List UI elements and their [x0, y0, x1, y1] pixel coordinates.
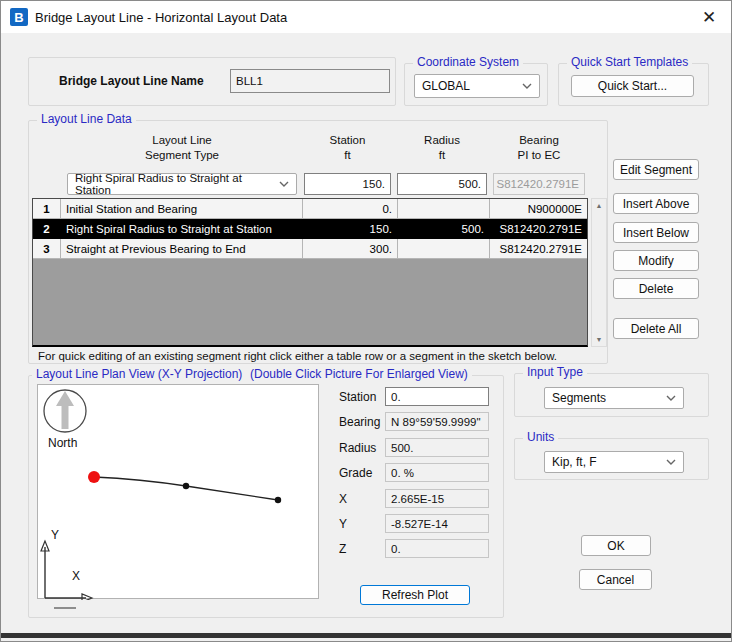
title-bar: B Bridge Layout Line - Horizontal Layout… [1, 1, 731, 33]
north-label: North [48, 436, 77, 450]
grade-label: Grade [339, 466, 372, 480]
plot-scroll-dash [54, 607, 76, 609]
units-group: Units Kip, ft, F [514, 438, 709, 480]
quick-start-group: Quick Start Templates Quick Start... [558, 63, 709, 106]
quick-start-title: Quick Start Templates [567, 55, 692, 69]
insert-above-button[interactable]: Insert Above [613, 193, 699, 214]
grade-readout: 0. % [385, 463, 489, 482]
bridge-layout-line-name-label: Bridge Layout Line Name [59, 74, 204, 88]
x-label: X [339, 492, 347, 506]
layout-line-data-title: Layout Line Data [37, 112, 136, 126]
table-row-selected[interactable]: 2 Right Spiral Radius to Straight at Sta… [33, 219, 587, 239]
modify-button[interactable]: Modify [613, 250, 699, 271]
station-edit-input[interactable]: 150. [304, 173, 391, 195]
chevron-down-icon [522, 83, 532, 89]
insert-below-button[interactable]: Insert Below [613, 222, 699, 243]
bearing-display: S812420.2791E [493, 173, 585, 195]
station-label: Station [339, 390, 376, 404]
delete-button[interactable]: Delete [613, 278, 699, 299]
segment-type-value: Right Spiral Radius to Straight at Stati… [75, 172, 275, 196]
input-type-group: Input Type Segments [514, 373, 709, 417]
column-header-segment-type: Layout Line Segment Type [67, 133, 297, 163]
coordinate-system-group: Coordinate System GLOBAL [404, 63, 548, 106]
input-type-value: Segments [552, 391, 606, 405]
coordinate-system-value: GLOBAL [422, 79, 470, 93]
station-readout-input[interactable]: 0. [385, 387, 489, 406]
scroll-down-icon[interactable]: ▼ [592, 336, 606, 343]
delete-all-button[interactable]: Delete All [613, 318, 699, 339]
z-readout: 0. [385, 539, 489, 558]
units-title: Units [523, 430, 558, 444]
axis-y-label: Y [51, 528, 59, 542]
window-bottom-edge [1, 633, 731, 638]
table-scrollbar[interactable]: ▲ ▼ [591, 198, 607, 347]
radius-edit-input[interactable]: 500. [397, 173, 487, 195]
x-readout: 2.665E-15 [385, 489, 489, 508]
chevron-down-icon [666, 459, 676, 465]
input-type-dropdown[interactable]: Segments [544, 387, 684, 409]
quick-edit-hint: For quick editing of an existing segment… [38, 350, 557, 362]
window-title: Bridge Layout Line - Horizontal Layout D… [35, 1, 287, 33]
bearing-label: Bearing [339, 415, 380, 429]
radius-readout: 500. [385, 438, 489, 457]
column-header-station: Station ft [304, 133, 391, 163]
input-type-title: Input Type [523, 365, 587, 379]
end-point [275, 497, 281, 503]
dialog-window: B Bridge Layout Line - Horizontal Layout… [0, 0, 732, 642]
app-icon: B [10, 8, 28, 26]
refresh-plot-button[interactable]: Refresh Plot [360, 585, 470, 605]
column-header-bearing: Bearing PI to EC [493, 133, 585, 163]
coordinate-system-dropdown[interactable]: GLOBAL [414, 74, 540, 98]
ok-button[interactable]: OK [581, 535, 651, 556]
quick-start-button[interactable]: Quick Start... [571, 75, 694, 97]
segments-table: 1 Initial Station and Bearing 0. N900000… [32, 198, 588, 347]
table-row[interactable]: 1 Initial Station and Bearing 0. N900000… [33, 199, 587, 219]
coordinate-system-title: Coordinate System [413, 55, 523, 69]
bearing-readout: N 89°59'59.9999" [385, 412, 489, 431]
chevron-down-icon [279, 181, 289, 187]
z-label: Z [339, 542, 346, 556]
name-group: Bridge Layout Line Name BLL1 [28, 57, 396, 106]
cancel-button[interactable]: Cancel [579, 569, 652, 590]
chevron-down-icon [666, 395, 676, 401]
units-value: Kip, ft, F [552, 455, 597, 469]
axis-x-label: X [72, 569, 80, 583]
plan-view-group: Layout Line Plan View (X-Y Projection) (… [28, 375, 504, 618]
plan-view-subtitle: (Double Click Picture For Enlarged View) [246, 367, 472, 381]
start-point [88, 471, 100, 483]
close-icon[interactable]: ✕ [695, 5, 723, 29]
plan-view-title: Layout Line Plan View (X-Y Projection) [32, 367, 246, 381]
y-label: Y [339, 517, 347, 531]
units-dropdown[interactable]: Kip, ft, F [544, 451, 684, 473]
layout-line-data-group: Layout Line Data Layout Line Segment Typ… [28, 120, 608, 364]
plan-view-sketch [38, 385, 320, 600]
segment-type-dropdown[interactable]: Right Spiral Radius to Straight at Stati… [67, 173, 297, 195]
edit-segment-button[interactable]: Edit Segment [613, 159, 699, 180]
y-readout: -8.527E-14 [385, 514, 489, 533]
radius-label: Radius [339, 441, 376, 455]
column-header-radius: Radius ft [397, 133, 487, 163]
scroll-up-icon[interactable]: ▲ [592, 202, 606, 209]
bridge-layout-line-name-input[interactable]: BLL1 [230, 69, 390, 93]
table-row[interactable]: 3 Straight at Previous Bearing to End 30… [33, 239, 587, 259]
mid-point [183, 483, 189, 489]
plan-view-plot[interactable]: North Y X [37, 384, 319, 599]
